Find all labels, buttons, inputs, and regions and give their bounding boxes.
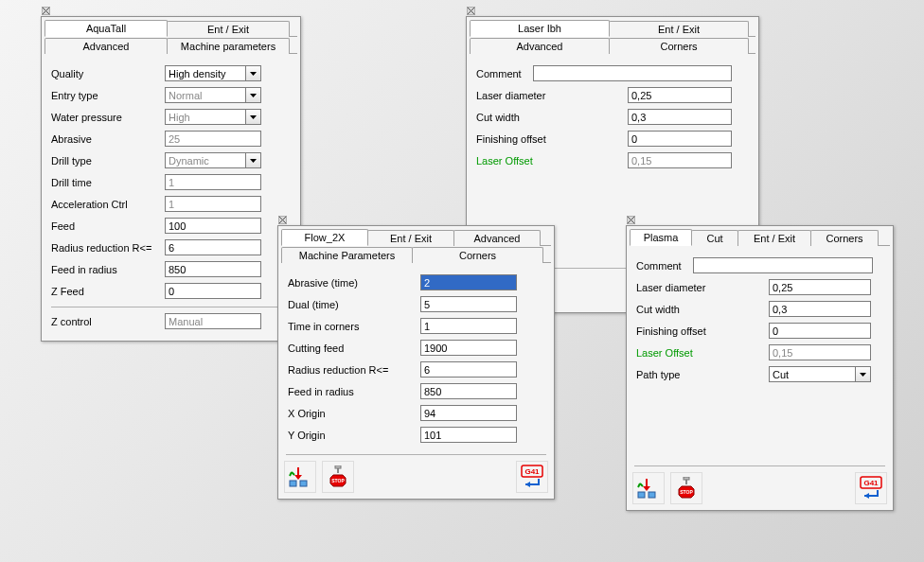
- input-abrasive[interactable]: [165, 131, 261, 147]
- tab-plasma[interactable]: Plasma: [630, 229, 692, 246]
- input-comment[interactable]: [693, 257, 873, 273]
- label-cut-width: Cut width: [636, 304, 769, 315]
- svg-rect-37: [649, 492, 655, 498]
- input-laser-offset[interactable]: [628, 152, 732, 168]
- input-feed-in-radius[interactable]: [420, 383, 517, 399]
- label-feed: Feed: [51, 220, 165, 232]
- svg-rect-22: [300, 481, 307, 486]
- input-z-control[interactable]: [165, 313, 261, 329]
- combo-path-type-value[interactable]: [769, 366, 855, 382]
- stop-button[interactable]: STOP: [322, 461, 354, 493]
- svg-marker-5: [250, 115, 257, 119]
- svg-marker-46: [864, 493, 869, 499]
- tab-ent-exit[interactable]: Ent / Exit: [737, 230, 811, 246]
- chevron-down-icon[interactable]: [245, 152, 261, 168]
- label-radius-reduction: Radius reduction R<=: [51, 242, 165, 254]
- combo-quality[interactable]: [165, 65, 261, 81]
- input-feed[interactable]: [165, 218, 261, 234]
- label-comment: Comment: [476, 68, 533, 79]
- combo-path-type[interactable]: [769, 366, 871, 382]
- label-water-pressure: Water pressure: [51, 112, 165, 123]
- tab-machine-parameters[interactable]: Machine Parameters: [281, 247, 413, 263]
- input-cut-width[interactable]: [628, 109, 732, 125]
- label-laser-diameter: Laser diameter: [636, 282, 769, 293]
- insert-button[interactable]: [284, 461, 316, 493]
- label-z-control: Z control: [51, 316, 165, 327]
- combo-water-pressure[interactable]: [165, 109, 261, 125]
- input-x-origin[interactable]: [420, 405, 517, 421]
- label-feed-in-radius: Feed in radius: [288, 386, 420, 397]
- input-acceleration-ctrl[interactable]: [165, 196, 261, 212]
- label-laser-diameter: Laser diameter: [476, 90, 628, 101]
- input-finishing-offset[interactable]: [769, 323, 871, 339]
- tab-advanced[interactable]: Advanced: [470, 38, 610, 54]
- g41-button[interactable]: G41: [516, 461, 548, 493]
- stop-icon: STOP: [675, 477, 698, 500]
- insert-button[interactable]: [632, 472, 665, 504]
- tab-advanced[interactable]: Advanced: [453, 230, 541, 246]
- chevron-down-icon[interactable]: [855, 366, 871, 382]
- tab-machine-parameters[interactable]: Machine parameters: [167, 38, 290, 54]
- input-laser-diameter[interactable]: [769, 279, 871, 295]
- input-radius-reduction[interactable]: [165, 239, 261, 255]
- chevron-down-icon[interactable]: [245, 109, 261, 125]
- input-time-in-corners[interactable]: [420, 318, 517, 334]
- g41-icon: G41: [520, 465, 544, 489]
- input-y-origin[interactable]: [420, 427, 517, 443]
- grip-icon[interactable]: [42, 7, 50, 15]
- tab-aquatall[interactable]: AquaTall: [44, 20, 168, 37]
- tab-ent-exit[interactable]: Ent / Exit: [167, 21, 290, 37]
- tab-flow-2x[interactable]: Flow_2X: [281, 229, 368, 246]
- label-comment: Comment: [636, 260, 693, 272]
- label-finishing-offset: Finishing offset: [476, 133, 628, 145]
- input-laser-offset[interactable]: [769, 344, 871, 360]
- combo-drill-type[interactable]: [165, 152, 261, 168]
- tab-corners[interactable]: Corners: [412, 247, 543, 263]
- svg-marker-31: [525, 482, 530, 487]
- input-z-feed[interactable]: [165, 283, 261, 299]
- chevron-down-icon[interactable]: [245, 87, 261, 103]
- input-drill-time[interactable]: [165, 174, 261, 190]
- tab-cut[interactable]: Cut: [691, 230, 738, 246]
- input-cut-width[interactable]: [769, 301, 871, 317]
- input-comment[interactable]: [533, 65, 732, 81]
- input-cutting-feed[interactable]: [420, 340, 517, 356]
- label-cutting-feed: Cutting feed: [288, 342, 420, 354]
- separator: [51, 307, 291, 307]
- label-finishing-offset: Finishing offset: [636, 325, 769, 337]
- grip-icon[interactable]: [627, 216, 635, 224]
- combo-entry-type-value[interactable]: [165, 87, 245, 103]
- tab-ent-exit[interactable]: Ent / Exit: [367, 230, 454, 246]
- tab-corners[interactable]: Corners: [810, 230, 879, 246]
- label-quality: Quality: [51, 68, 165, 79]
- tab-laser-ibh[interactable]: Laser Ibh: [470, 20, 610, 37]
- input-abrasive-time[interactable]: [420, 274, 517, 290]
- tab-ent-exit[interactable]: Ent / Exit: [609, 21, 749, 37]
- label-feed-in-radius: Feed in radius: [51, 264, 165, 275]
- combo-drill-type-value[interactable]: [165, 152, 245, 168]
- grip-icon[interactable]: [467, 7, 475, 15]
- input-finishing-offset[interactable]: [628, 131, 732, 147]
- stop-button[interactable]: STOP: [670, 472, 702, 504]
- label-drill-time: Drill time: [51, 177, 165, 188]
- tab-corners[interactable]: Corners: [609, 38, 749, 54]
- input-feed-in-radius[interactable]: [165, 261, 261, 277]
- panel-flow-2x: Flow_2X Ent / Exit Advanced Machine Para…: [277, 225, 555, 500]
- g41-button[interactable]: G41: [855, 472, 887, 504]
- label-z-feed: Z Feed: [51, 286, 165, 297]
- label-abrasive: Abrasive: [51, 133, 165, 145]
- insert-icon: [637, 477, 660, 500]
- label-drill-type: Drill type: [51, 155, 165, 167]
- combo-water-pressure-value[interactable]: [165, 109, 245, 125]
- combo-quality-value[interactable]: [165, 65, 245, 81]
- tab-advanced[interactable]: Advanced: [44, 38, 168, 54]
- chevron-down-icon[interactable]: [245, 65, 261, 81]
- stop-icon: STOP: [327, 465, 349, 488]
- input-dual-time[interactable]: [420, 296, 517, 312]
- grip-icon[interactable]: [278, 216, 287, 224]
- combo-entry-type[interactable]: [165, 87, 261, 103]
- input-laser-diameter[interactable]: [628, 87, 732, 103]
- input-radius-reduction[interactable]: [420, 361, 517, 378]
- svg-marker-39: [643, 486, 650, 491]
- label-dual-time: Dual (time): [288, 299, 420, 310]
